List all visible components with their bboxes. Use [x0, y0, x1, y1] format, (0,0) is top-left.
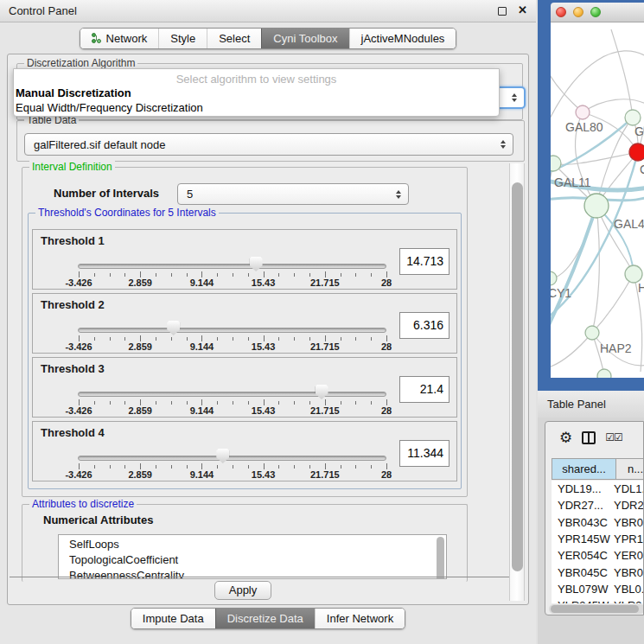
table-horizontal-scrollbar[interactable]	[549, 604, 644, 614]
slider-thumb[interactable]	[167, 321, 180, 335]
apply-button[interactable]: Apply	[214, 581, 271, 600]
tab-label: Cyni Toolbox	[273, 32, 337, 45]
cell-shared-name[interactable]: YER054C	[552, 549, 614, 562]
algorithm-option-equal-width[interactable]: Equal Width/Frequency Discretization	[14, 100, 499, 115]
number-of-intervals-label: Number of Intervals	[54, 187, 159, 200]
tab-style[interactable]: Style	[158, 29, 207, 48]
tick-label: 21.715	[310, 277, 340, 288]
slider-track[interactable]	[78, 328, 386, 333]
cell-shared-name[interactable]: YPR145W	[552, 532, 614, 545]
tick-label: 9.144	[190, 405, 214, 416]
gear-icon[interactable]: ⚙	[559, 430, 572, 445]
tab-infer-network[interactable]: Infer Network	[315, 609, 405, 628]
table-row[interactable]: YBR045CYBR0...	[552, 564, 644, 580]
numerical-attributes-list[interactable]: SelfLoopsTopologicalCoefficientBetweenne…	[58, 534, 447, 579]
slider-track[interactable]	[78, 264, 386, 269]
combobox-stepper-icon	[501, 140, 506, 149]
attributes-group-title: Attributes to discretize	[29, 498, 137, 510]
cell-name[interactable]: YBR0...	[614, 516, 644, 529]
tab-network[interactable]: Network	[80, 29, 159, 48]
cell-shared-name[interactable]: YBR043C	[552, 516, 614, 529]
attribute-list-item[interactable]: BetweennessCentrality	[69, 568, 446, 579]
slider-track[interactable]	[78, 392, 386, 397]
table-toolbar: ⚙ ☑☑	[545, 422, 644, 453]
tab-cyni-toolbox[interactable]: Cyni Toolbox	[261, 29, 348, 48]
number-of-intervals-combobox[interactable]: 5	[177, 183, 409, 205]
interval-definition-group: Interval Definition Number of Intervals …	[22, 167, 468, 497]
attributes-list-scrollbar[interactable]	[437, 537, 444, 579]
table-rows[interactable]: YDL19...YDL1...YDR27...YDR2...YBR043CYBR…	[552, 481, 644, 603]
network-node-h[interactable]	[625, 265, 642, 283]
network-node-c[interactable]	[629, 143, 644, 161]
cyni-toolbox-panel: Discretization Algorithm Select algorith…	[7, 54, 529, 605]
table-row[interactable]: YLR345WYLR3...	[552, 597, 644, 603]
tab-discretize-data[interactable]: Discretize Data	[215, 609, 315, 628]
table-data-combobox[interactable]: galFiltered.sif default node	[24, 133, 513, 156]
panel-vertical-scrollbar[interactable]	[509, 163, 525, 601]
table-row[interactable]: YDR27...YDR2...	[552, 497, 644, 513]
attribute-list-item[interactable]: SelfLoops	[69, 537, 446, 552]
scrollbar-thumb[interactable]	[512, 182, 523, 571]
tick-label: 2.859	[128, 341, 152, 352]
minimize-traffic-light-icon[interactable]	[573, 7, 583, 17]
threshold-label: Threshold 3	[41, 362, 105, 375]
table-row[interactable]: YDL19...YDL1...	[552, 481, 644, 497]
slider-thumb[interactable]	[316, 385, 328, 399]
table-row[interactable]: YBR043CYBR0...	[552, 514, 644, 531]
network-canvas[interactable]: GAL80GACGAL11GAL4GCY1HHAP2	[551, 22, 644, 378]
cell-name[interactable]: YLR3...	[614, 599, 644, 603]
table-panel-titlebar: Table Panel	[538, 391, 644, 418]
tab-impute-data[interactable]: Impute Data	[131, 609, 215, 628]
table-row[interactable]: YBL079WYBL0...	[552, 581, 644, 597]
algorithm-combo-hint: Select algorithm to view settings	[14, 69, 499, 86]
cell-name[interactable]: YDR2...	[614, 499, 644, 512]
thresholds-group-title: Threshold's Coordinates for 5 Intervals	[35, 207, 219, 219]
scrollbar-thumb[interactable]	[551, 605, 639, 613]
select-columns-icon[interactable]: ☑☑	[605, 431, 622, 443]
network-node-gal4[interactable]	[584, 194, 609, 218]
column-layout-icon[interactable]	[582, 431, 596, 444]
network-node-ga[interactable]	[625, 110, 641, 125]
cell-shared-name[interactable]: YBL079W	[552, 583, 614, 596]
threshold-value-field[interactable]: 6.316	[399, 312, 450, 339]
network-node-gcy1[interactable]	[551, 271, 557, 285]
slider-track[interactable]	[78, 456, 386, 461]
network-node-gal80[interactable]	[576, 105, 590, 119]
close-icon[interactable]: ✕	[518, 3, 527, 16]
cell-name[interactable]: YER0...	[614, 549, 644, 562]
node-label: GAL11	[554, 175, 591, 189]
cell-name[interactable]: YDL1...	[614, 482, 644, 495]
attribute-list-item[interactable]: TopologicalCoefficient	[69, 552, 446, 568]
numerical-attributes-label: Numerical Attributes	[43, 513, 153, 526]
bottom-tab-row: Impute DataDiscretize DataInfer Network	[0, 608, 536, 629]
column-header-name[interactable]: n...	[615, 459, 644, 479]
screen: Control Panel ✕ NetworkStyleSelectCyni T…	[0, 0, 644, 644]
threshold-value-field[interactable]: 11.344	[399, 440, 450, 467]
cell-shared-name[interactable]: YLR345W	[552, 599, 614, 603]
cell-name[interactable]: YBL0...	[614, 583, 644, 596]
table-row[interactable]: YPR145WYPR1...	[552, 531, 644, 547]
tab-select[interactable]: Select	[207, 29, 261, 48]
float-window-icon[interactable]	[498, 7, 507, 16]
slider-thumb[interactable]	[216, 449, 229, 463]
network-node-hap2[interactable]	[585, 326, 599, 340]
cell-name[interactable]: YBR0...	[614, 566, 644, 579]
slider-thumb[interactable]	[250, 257, 263, 271]
cell-shared-name[interactable]: YDL19...	[552, 482, 614, 495]
network-node[interactable]	[597, 369, 611, 378]
threshold-value-field[interactable]: 21.4	[399, 376, 450, 403]
tab-jactivemnodules[interactable]: jActiveMNodules	[349, 29, 456, 48]
network-node-gal11[interactable]	[551, 156, 561, 171]
algorithm-option-manual[interactable]: Manual Discretization	[14, 86, 499, 100]
threshold-value-field[interactable]: 14.713	[399, 248, 450, 275]
cell-shared-name[interactable]: YDR27...	[552, 499, 614, 512]
tick-label: -3.426	[65, 341, 92, 352]
table-row[interactable]: YER054CYER0...	[552, 547, 644, 564]
table-panel-area: Table Panel ⚙ ☑☑ shared... n... YDL19...…	[538, 391, 644, 644]
node-label: GAL80	[565, 120, 603, 134]
column-header-shared-name[interactable]: shared...	[552, 459, 615, 479]
zoom-traffic-light-icon[interactable]	[590, 7, 601, 17]
cell-shared-name[interactable]: YBR045C	[552, 566, 614, 579]
cell-name[interactable]: YPR1...	[614, 532, 644, 545]
close-traffic-light-icon[interactable]	[556, 7, 566, 17]
